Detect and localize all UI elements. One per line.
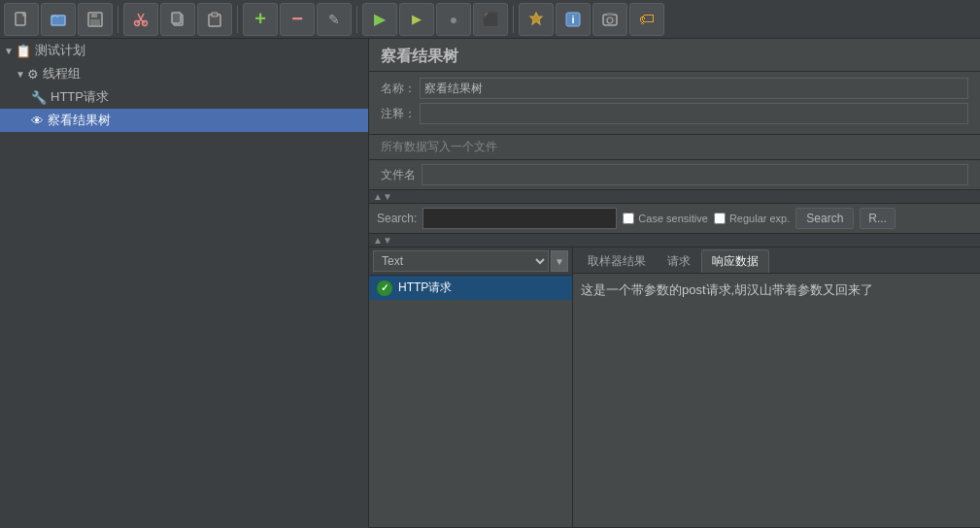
search-input[interactable]: [422, 208, 617, 229]
svg-line-9: [138, 14, 141, 19]
right-panel: 察看结果树 名称： 注释： 所有数据写入一个文件 文件名 ▲▼: [369, 39, 980, 528]
icon-test-plan: 📋: [16, 44, 31, 58]
svg-rect-3: [91, 13, 97, 17]
result-item-label: HTTP请求: [398, 280, 452, 296]
results-list-items: HTTP请求: [369, 276, 572, 527]
collapse-bar-bottom[interactable]: ▲▼: [369, 234, 980, 248]
panel-header: 察看结果树: [369, 39, 980, 72]
paste-button[interactable]: [197, 3, 232, 36]
separator-2: [237, 6, 238, 33]
svg-rect-12: [172, 13, 181, 23]
svg-rect-20: [607, 13, 613, 16]
result-success-icon: [377, 280, 392, 296]
flag-button[interactable]: 🏷: [629, 3, 664, 36]
comment-row: 注释：: [381, 103, 968, 124]
separator-3: [356, 6, 357, 33]
tree-label-result-tree: 察看结果树: [48, 112, 111, 129]
case-sensitive-checkbox[interactable]: [623, 213, 634, 224]
response-content: 这是一个带参数的post请求,胡汉山带着参数又回来了: [581, 282, 873, 297]
result-content: 取样器结果 请求 响应数据 这是一个带参数的post请求,胡汉山带着参数又回来了: [573, 248, 980, 527]
clear-node-button[interactable]: ✎: [317, 3, 352, 36]
collapse-arrow-bottom: ▲▼: [373, 235, 392, 246]
separator-4: [513, 6, 514, 33]
search-bar: Search: Case sensitive Regular exp. Sear…: [369, 204, 980, 234]
tree-item-result-tree[interactable]: 👁 察看结果树: [0, 109, 368, 132]
arrow-thread-group: ▼: [16, 69, 25, 80]
arrow-test-plan: ▼: [4, 46, 14, 56]
info-button[interactable]: i: [556, 3, 591, 36]
svg-marker-15: [530, 13, 542, 24]
tree-label-http-request: HTTP请求: [51, 88, 109, 106]
stop-all-button[interactable]: ⬛: [473, 3, 508, 36]
icon-result-tree: 👁: [31, 114, 44, 128]
search-label: Search:: [377, 212, 417, 225]
file-row: 文件名: [369, 160, 980, 190]
file-label: 文件名: [381, 167, 416, 183]
tab-response-data[interactable]: 响应数据: [701, 249, 769, 273]
photo-button[interactable]: [592, 3, 627, 36]
delete-node-button[interactable]: −: [280, 3, 315, 36]
tab-sampler-result[interactable]: 取样器结果: [577, 249, 657, 273]
format-dropdown[interactable]: Text JSON HTML XML: [373, 250, 549, 272]
icon-thread-group: ⚙: [27, 67, 39, 82]
left-panel: ▼ 📋 测试计划 ▼ ⚙ 线程组 🔧 HTTP请求 👁 察看结果树: [0, 39, 369, 528]
note-text: 所有数据写入一个文件: [381, 140, 497, 153]
form-area: 名称： 注释：: [369, 72, 980, 135]
tree-item-test-plan[interactable]: ▼ 📋 测试计划: [0, 39, 368, 62]
results-list: Text JSON HTML XML ▼ HTTP请求: [369, 248, 573, 527]
results-area: Text JSON HTML XML ▼ HTTP请求: [369, 248, 980, 528]
stop-button[interactable]: ●: [436, 3, 471, 36]
scissors-button[interactable]: [123, 3, 158, 36]
regex-checkbox[interactable]: [714, 213, 726, 224]
regex-group: Regular exp.: [714, 213, 790, 224]
regex-label: Regular exp.: [729, 213, 790, 224]
case-sensitive-label: Case sensitive: [638, 213, 708, 224]
file-input[interactable]: [422, 164, 968, 185]
dropdown-arrow-btn[interactable]: ▼: [551, 250, 568, 272]
tab-request[interactable]: 请求: [657, 249, 701, 273]
main-layout: ▼ 📋 测试计划 ▼ ⚙ 线程组 🔧 HTTP请求 👁 察看结果树 察看结果树: [0, 39, 980, 528]
case-sensitive-group: Case sensitive: [623, 213, 708, 224]
separator-1: [118, 6, 118, 33]
add-node-button[interactable]: +: [243, 3, 278, 36]
svg-rect-14: [212, 13, 218, 16]
tree-item-thread-group[interactable]: ▼ ⚙ 线程组: [0, 62, 368, 85]
info-note: 所有数据写入一个文件: [369, 135, 980, 160]
reset-button[interactable]: R...: [860, 208, 896, 229]
run-all-button[interactable]: ▶: [399, 3, 434, 36]
settings-button[interactable]: [519, 3, 554, 36]
comment-label: 注释：: [381, 106, 420, 122]
tree-label-test-plan: 测试计划: [35, 42, 85, 59]
tree-item-http-request[interactable]: 🔧 HTTP请求: [0, 85, 368, 109]
result-tabs: 取样器结果 请求 响应数据: [573, 248, 980, 274]
result-item-http[interactable]: HTTP请求: [369, 276, 572, 300]
toolbar: + − ✎ ▶ ▶ ● ⬛ i 🏷: [0, 0, 980, 39]
svg-line-10: [141, 14, 144, 19]
name-row: 名称：: [381, 78, 968, 99]
new-button[interactable]: [4, 3, 39, 36]
icon-http-request: 🔧: [31, 90, 47, 105]
run-button[interactable]: ▶: [362, 3, 397, 36]
tree-label-thread-group: 线程组: [43, 65, 81, 82]
name-input[interactable]: [420, 78, 968, 99]
panel-title: 察看结果树: [381, 48, 458, 64]
save-button[interactable]: [78, 3, 113, 36]
comment-input[interactable]: [420, 103, 968, 124]
collapse-bar-top[interactable]: ▲▼: [369, 190, 980, 204]
open-button[interactable]: [41, 3, 76, 36]
svg-rect-4: [90, 19, 100, 25]
copy-button[interactable]: [160, 3, 195, 36]
name-label: 名称：: [381, 81, 420, 97]
result-body: 这是一个带参数的post请求,胡汉山带着参数又回来了: [573, 274, 980, 527]
search-button[interactable]: Search: [795, 208, 854, 229]
results-list-toolbar: Text JSON HTML XML ▼: [369, 248, 572, 276]
collapse-arrow-top: ▲▼: [373, 191, 392, 202]
svg-text:i: i: [571, 14, 574, 25]
